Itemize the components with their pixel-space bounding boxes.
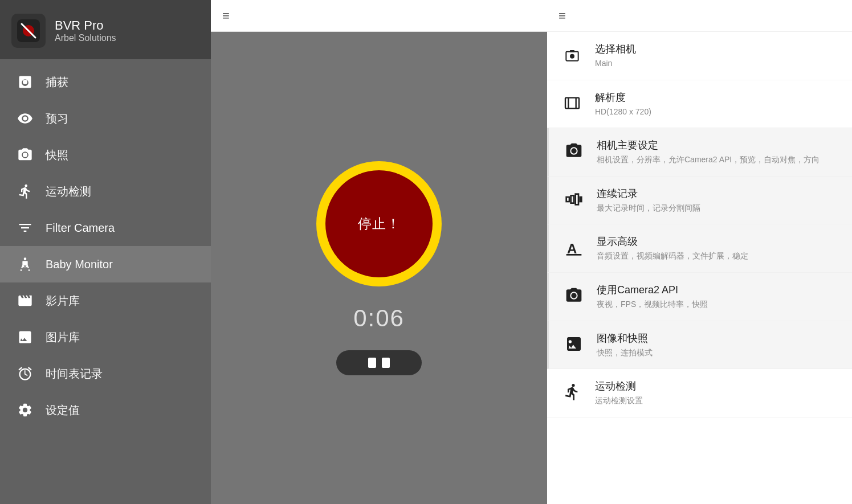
image-icon — [16, 328, 34, 346]
filter-icon — [16, 219, 34, 237]
camera-alt-icon — [16, 146, 34, 164]
settings-title-motion-detection: 运动检测 — [595, 379, 838, 393]
settings-item-resolution[interactable]: 解析度 HD(1280 x 720) — [547, 80, 852, 129]
settings-item-select-camera[interactable]: 选择相机 Main — [547, 32, 852, 80]
settings-subtitle-continuous-record: 最大记录时间，记录分割间隔 — [597, 203, 838, 214]
sidebar-nav: 捕获 预习 快照 运动检测 Filter Camera — [0, 59, 211, 504]
svg-text:A: A — [567, 241, 577, 256]
sidebar-item-motion-label: 运动检测 — [46, 184, 91, 199]
pause-button[interactable] — [336, 350, 422, 375]
settings-text-image-photo: 图像和快照 快照，连拍模式 — [597, 331, 838, 359]
clock-icon — [16, 364, 34, 383]
timer-display: 0:06 — [353, 305, 405, 332]
walking-icon — [16, 182, 34, 200]
settings-item-display-advanced[interactable]: A 显示高级 音频设置，视频编解码器，文件扩展，稳定 — [547, 224, 852, 273]
pause-dot-right — [382, 358, 390, 368]
settings-title-continuous-record: 连续记录 — [597, 187, 838, 200]
gear-icon — [16, 401, 34, 419]
sidebar-item-photo-gallery[interactable]: 图片库 — [0, 319, 211, 355]
record-outer-ring: 停止！ — [316, 161, 442, 286]
settings-header: ≡ — [547, 0, 852, 32]
settings-text-camera-main: 相机主要设定 相机设置，分辨率，允许Camera2 API，预览，自动对焦，方向 — [597, 138, 838, 166]
sidebar-item-settings[interactable]: 设定值 — [0, 392, 211, 428]
sidebar-header: BVR Pro Arbel Solutions — [0, 0, 211, 59]
svg-point-6 — [570, 54, 574, 59]
sidebar-item-photo-label: 快照 — [46, 147, 68, 163]
settings-title-image-photo: 图像和快照 — [597, 331, 838, 345]
svg-rect-13 — [580, 197, 582, 202]
svg-rect-5 — [570, 50, 574, 52]
settings-item-camera2-api[interactable]: 使用Camera2 API 夜视，FPS，视频比特率，快照 — [547, 273, 852, 321]
camera-settings-icon — [562, 140, 585, 162]
sidebar-item-photo-gallery-label: 图片库 — [46, 330, 80, 345]
image-photo-icon — [562, 333, 585, 355]
camera-small-icon — [561, 43, 584, 66]
settings-title-camera-main: 相机主要设定 — [597, 138, 838, 152]
motion-detection-icon — [561, 380, 584, 403]
settings-subtitle-camera2-api: 夜视，FPS，视频比特率，快照 — [597, 299, 838, 310]
svg-rect-11 — [571, 195, 574, 203]
camera-icon — [16, 73, 34, 91]
settings-subtitle-image-photo: 快照，连拍模式 — [597, 347, 838, 359]
settings-text-select-camera: 选择相机 Main — [595, 42, 838, 69]
sidebar-item-filter[interactable]: Filter Camera — [0, 210, 211, 246]
eye-icon — [16, 109, 34, 128]
film-icon — [16, 292, 34, 310]
sidebar-item-photo[interactable]: 快照 — [0, 137, 211, 173]
app-company: Arbel Solutions — [55, 33, 116, 43]
sidebar-item-preview[interactable]: 预习 — [0, 100, 211, 137]
settings-title-display-advanced: 显示高级 — [597, 235, 838, 248]
text-a-icon: A — [562, 236, 585, 259]
pause-controls — [336, 350, 422, 375]
settings-item-image-photo[interactable]: 图像和快照 快照，连拍模式 — [547, 321, 852, 370]
svg-point-3 — [24, 257, 27, 260]
sidebar-item-timelapse-label: 时间表记录 — [46, 366, 103, 382]
sidebar-item-capture[interactable]: 捕获 — [0, 64, 211, 100]
settings-text-camera2-api: 使用Camera2 API 夜视，FPS，视频比特率，快照 — [597, 283, 838, 310]
settings-menu-icon[interactable]: ≡ — [559, 9, 566, 23]
center-panel: ≡ 停止！ 0:06 — [211, 0, 547, 504]
svg-rect-12 — [576, 194, 578, 204]
settings-text-resolution: 解析度 HD(1280 x 720) — [595, 91, 838, 118]
settings-title-camera2-api: 使用Camera2 API — [597, 283, 838, 297]
settings-text-display-advanced: 显示高级 音频设置，视频编解码器，文件扩展，稳定 — [597, 235, 838, 262]
app-info: BVR Pro Arbel Solutions — [55, 18, 116, 43]
app-logo — [11, 14, 46, 48]
stop-label: 停止！ — [358, 215, 401, 233]
center-body: 停止！ 0:06 — [316, 32, 442, 504]
resolution-icon — [561, 92, 584, 114]
continuous-icon — [562, 188, 585, 211]
settings-subtitle-camera-main: 相机设置，分辨率，允许Camera2 API，预览，自动对焦，方向 — [597, 154, 838, 166]
settings-subtitle-display-advanced: 音频设置，视频编解码器，文件扩展，稳定 — [597, 251, 838, 262]
record-button-container: 停止！ — [316, 161, 442, 286]
settings-subtitle-select-camera: Main — [595, 58, 838, 69]
sidebar-item-video-gallery-label: 影片库 — [46, 293, 80, 309]
pause-dot-left — [368, 358, 376, 368]
sidebar-item-motion[interactable]: 运动检测 — [0, 173, 211, 210]
settings-item-continuous-record[interactable]: 连续记录 最大记录时间，记录分割间隔 — [547, 177, 852, 225]
sidebar-item-filter-label: Filter Camera — [46, 222, 115, 235]
center-menu-icon[interactable]: ≡ — [222, 9, 230, 23]
sidebar-item-video-gallery[interactable]: 影片库 — [0, 282, 211, 319]
sidebar-item-preview-label: 预习 — [46, 111, 68, 126]
sidebar-item-capture-label: 捕获 — [46, 75, 68, 90]
settings-subtitle-motion-detection: 运动检测设置 — [595, 395, 838, 407]
settings-text-motion-detection: 运动检测 运动检测设置 — [595, 379, 838, 407]
settings-nav: 选择相机 Main 解析度 HD(1280 x 720) 相机主要设定 相机设置… — [547, 32, 852, 504]
settings-text-continuous-record: 连续记录 最大记录时间，记录分割间隔 — [597, 187, 838, 214]
app-name: BVR Pro — [55, 18, 116, 33]
sidebar-item-timelapse[interactable]: 时间表记录 — [0, 355, 211, 392]
svg-rect-10 — [566, 197, 569, 202]
camera2-icon — [562, 284, 585, 307]
sidebar: BVR Pro Arbel Solutions 捕获 预习 快照 — [0, 0, 211, 504]
center-header: ≡ — [211, 0, 547, 32]
settings-title-select-camera: 选择相机 — [595, 42, 838, 56]
settings-panel: ≡ 选择相机 Main 解析度 HD(1280 x 720) — [547, 0, 852, 504]
settings-subtitle-resolution: HD(1280 x 720) — [595, 106, 838, 118]
settings-item-motion-detection[interactable]: 运动检测 运动检测设置 — [547, 369, 852, 417]
sidebar-item-baby[interactable]: Baby Monitor — [0, 246, 211, 282]
settings-title-resolution: 解析度 — [595, 91, 838, 104]
stop-button[interactable]: 停止！ — [325, 170, 433, 277]
svg-rect-7 — [565, 97, 579, 108]
settings-item-camera-main[interactable]: 相机主要设定 相机设置，分辨率，允许Camera2 API，预览，自动对焦，方向 — [547, 128, 852, 177]
